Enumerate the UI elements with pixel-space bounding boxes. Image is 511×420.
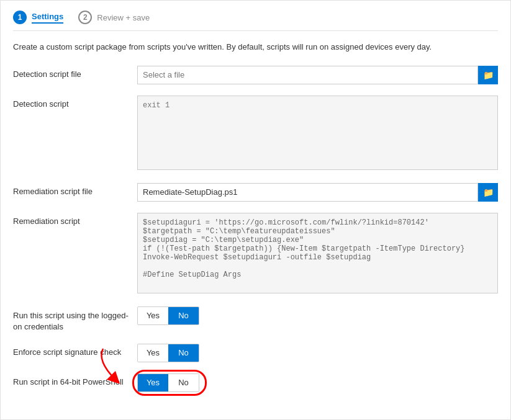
powershell-no-button[interactable]: No — [168, 374, 199, 391]
step-2-circle: 2 — [78, 11, 92, 24]
remediation-script-file-browse-button[interactable]: 📁 — [478, 183, 498, 202]
step-1-circle: 1 — [13, 11, 27, 24]
logged-on-toggle: Yes No — [137, 306, 199, 325]
signature-yes-button[interactable]: Yes — [138, 344, 168, 362]
logged-on-yes-button[interactable]: Yes — [138, 307, 168, 324]
powershell-control: Yes No — [137, 373, 498, 392]
page-description: Create a custom script package from scri… — [13, 41, 498, 53]
signature-toggle: Yes No — [137, 344, 199, 362]
powershell-toggle: Yes No — [137, 373, 199, 392]
folder-icon-2: 📁 — [483, 187, 494, 197]
signature-row: Enforce script signature check Yes No — [13, 344, 498, 362]
logged-on-row: Run this script using the logged-on cred… — [13, 306, 498, 333]
remediation-script-row: Remediation script $setupdiaguri = 'http… — [13, 213, 498, 295]
logged-on-control: Yes No — [137, 306, 498, 325]
settings-container: 1 Settings 2 Review + save Create a cust… — [0, 0, 511, 420]
detection-script-control — [137, 96, 498, 172]
remediation-script-label: Remediation script — [13, 213, 137, 226]
remediation-textarea-wrapper: $setupdiaguri = 'https://go.microsoft.co… — [137, 213, 498, 295]
folder-icon: 📁 — [483, 70, 494, 80]
file-input-wrapper: 📁 — [137, 66, 498, 84]
powershell-yes-button[interactable]: Yes — [138, 374, 168, 391]
detection-script-file-label: Detection script file — [13, 66, 137, 79]
detection-script-row: Detection script — [13, 96, 498, 172]
stepper: 1 Settings 2 Review + save — [13, 11, 498, 31]
step-settings[interactable]: 1 Settings — [13, 11, 63, 24]
remediation-script-control: $setupdiaguri = 'https://go.microsoft.co… — [137, 213, 498, 295]
step-1-label: Settings — [32, 12, 63, 24]
remediation-script-file-row: Remediation script file 📁 — [13, 183, 498, 202]
detection-script-file-control: 📁 — [137, 66, 498, 84]
remediation-script-textarea[interactable]: $setupdiaguri = 'https://go.microsoft.co… — [137, 213, 498, 293]
powershell-label: Run script in 64-bit PowerShell — [13, 373, 137, 386]
step-review[interactable]: 2 Review + save — [78, 11, 150, 24]
logged-on-label: Run this script using the logged-on cred… — [13, 306, 137, 333]
remediation-file-input-wrapper: 📁 — [137, 183, 498, 202]
remediation-script-file-label: Remediation script file — [13, 183, 137, 196]
signature-label: Enforce script signature check — [13, 344, 137, 357]
remediation-script-file-control: 📁 — [137, 183, 498, 202]
powershell-row: Run script in 64-bit PowerShell Yes No — [13, 373, 498, 392]
powershell-toggle-wrapper: Yes No — [137, 373, 199, 392]
detection-script-textarea[interactable] — [137, 96, 498, 170]
detection-script-file-row: Detection script file 📁 — [13, 66, 498, 84]
signature-control: Yes No — [137, 344, 498, 362]
detection-script-file-browse-button[interactable]: 📁 — [478, 66, 498, 84]
remediation-script-file-input[interactable] — [137, 183, 478, 202]
detection-script-label: Detection script — [13, 96, 137, 109]
signature-no-button[interactable]: No — [168, 344, 199, 362]
detection-script-file-input[interactable] — [137, 66, 478, 84]
logged-on-no-button[interactable]: No — [168, 307, 199, 324]
step-2-label: Review + save — [97, 13, 150, 22]
